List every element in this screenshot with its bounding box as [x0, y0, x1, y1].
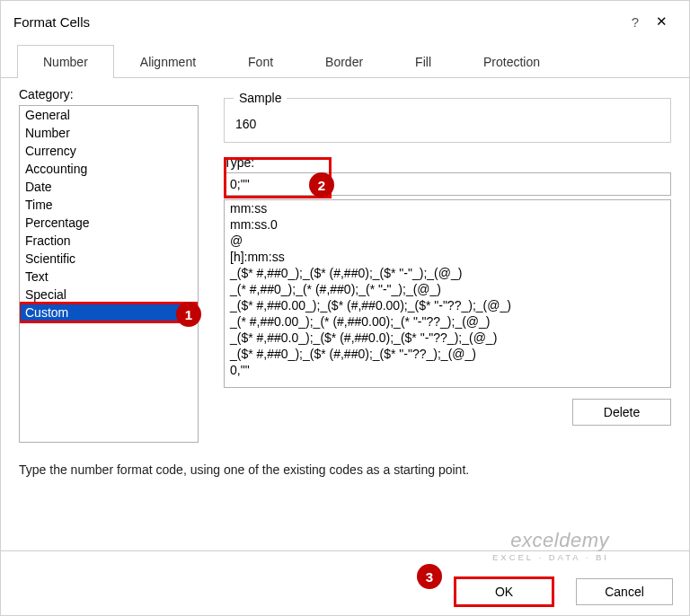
cancel-button[interactable]: Cancel — [576, 578, 673, 605]
format-item[interactable]: mm:ss — [225, 200, 670, 216]
category-list[interactable]: General Number Currency Accounting Date … — [19, 105, 199, 443]
category-text[interactable]: Text — [20, 268, 198, 286]
format-item[interactable]: mm:ss.0 — [225, 216, 670, 233]
tab-protection[interactable]: Protection — [457, 45, 566, 78]
type-label: Type: — [224, 155, 671, 170]
dialog-footer: OK Cancel — [1, 550, 689, 615]
format-item[interactable]: _($* #,##0_);_($* (#,##0);_($* "-"??_);_… — [225, 346, 670, 362]
category-percentage[interactable]: Percentage — [20, 214, 198, 232]
callout-3: 3 — [417, 564, 442, 589]
category-accounting[interactable]: Accounting — [20, 160, 198, 178]
titlebar: Format Cells ? ✕ — [1, 1, 689, 39]
hint-text: Type the number format code, using one o… — [19, 462, 671, 477]
dialog-title: Format Cells — [13, 14, 624, 30]
tab-number[interactable]: Number — [17, 45, 114, 78]
category-general[interactable]: General — [20, 106, 198, 124]
format-list[interactable]: mm:ss mm:ss.0 @ [h]:mm:ss _($* #,##0_);_… — [224, 199, 671, 388]
help-icon[interactable]: ? — [624, 14, 646, 30]
delete-button[interactable]: Delete — [572, 399, 671, 426]
tab-alignment[interactable]: Alignment — [114, 45, 222, 78]
category-date[interactable]: Date — [20, 178, 198, 196]
category-currency[interactable]: Currency — [20, 142, 198, 160]
format-item[interactable]: _($* #,##0.00_);_($* (#,##0.00);_($* "-"… — [225, 297, 670, 313]
close-icon[interactable]: ✕ — [646, 13, 677, 30]
format-item[interactable]: _(* #,##0_);_(* (#,##0);_(* "-"_);_(@_) — [225, 281, 670, 297]
tab-font[interactable]: Font — [222, 45, 299, 78]
sample-label: Sample — [234, 91, 287, 105]
format-item[interactable]: _(* #,##0.00_);_(* (#,##0.00);_(* "-"??_… — [225, 313, 670, 330]
tab-strip: Number Alignment Font Border Fill Protec… — [1, 44, 689, 78]
category-number[interactable]: Number — [20, 124, 198, 142]
callout-1: 1 — [176, 302, 201, 327]
ok-button[interactable]: OK — [456, 578, 553, 605]
format-cells-dialog: Format Cells ? ✕ Number Alignment Font B… — [0, 0, 690, 616]
category-fraction[interactable]: Fraction — [20, 232, 198, 250]
type-input[interactable] — [224, 172, 671, 196]
format-item[interactable]: [h]:mm:ss — [225, 249, 670, 265]
category-label: Category: — [19, 87, 199, 101]
category-special[interactable]: Special — [20, 286, 198, 304]
category-scientific[interactable]: Scientific — [20, 250, 198, 268]
tab-border[interactable]: Border — [299, 45, 389, 78]
tab-fill[interactable]: Fill — [389, 45, 457, 78]
content-area: Category: General Number Currency Accoun… — [1, 78, 689, 550]
sample-group: Sample 160 — [224, 98, 671, 143]
format-item[interactable]: @ — [225, 233, 670, 249]
format-item[interactable]: _($* #,##0.0_);_($* (#,##0.0);_($* "-"??… — [225, 330, 670, 346]
format-item[interactable]: 0,"" — [225, 362, 670, 378]
callout-2: 2 — [309, 172, 334, 198]
category-custom[interactable]: Custom — [20, 304, 198, 321]
sample-value: 160 — [235, 117, 256, 131]
format-item[interactable]: _($* #,##0_);_($* (#,##0);_($* "-"_);_(@… — [225, 265, 670, 281]
category-time[interactable]: Time — [20, 196, 198, 214]
